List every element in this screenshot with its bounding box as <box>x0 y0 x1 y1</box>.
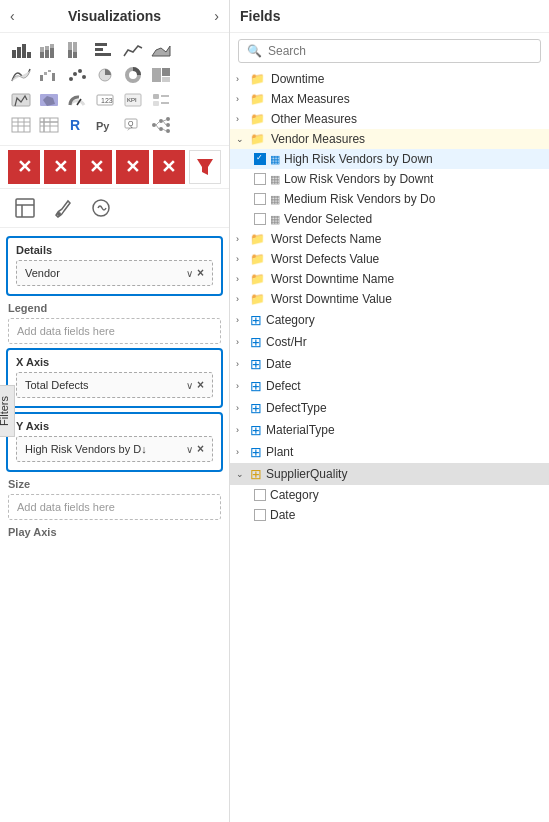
size-header: Size <box>0 476 229 492</box>
svg-rect-17 <box>40 75 43 81</box>
filters-tab[interactable]: Filters <box>0 385 15 437</box>
search-box[interactable]: 🔍 <box>238 39 541 63</box>
custom-vis-3[interactable]: ✕ <box>80 150 112 184</box>
cost-hr-chevron: › <box>236 337 246 347</box>
expand-right-arrow[interactable]: › <box>214 8 219 24</box>
yaxis-section: Y Axis High Risk Vendors by D↓ ∨ × <box>6 412 223 472</box>
field-group-worst-defects-name-header[interactable]: › 📁 Worst Defects Name <box>230 229 549 249</box>
worst-downtime-value-chevron: › <box>236 294 246 304</box>
field-group-supplier-quality-header[interactable]: ⌄ ⊞ SupplierQuality <box>230 463 549 485</box>
stacked-bar-icon[interactable] <box>36 39 62 61</box>
field-item-sq-category[interactable]: Category <box>230 485 549 505</box>
svg-point-59 <box>166 117 170 121</box>
defect-label: Defect <box>266 379 543 393</box>
svg-rect-29 <box>162 77 170 82</box>
field-group-worst-defects-value-header[interactable]: › 📁 Worst Defects Value <box>230 249 549 269</box>
bar-chart-icon[interactable] <box>8 39 34 61</box>
high-risk-table-icon: ▦ <box>270 153 280 166</box>
kpi-icon[interactable]: KPI <box>120 89 146 111</box>
sq-category-checkbox[interactable] <box>254 489 266 501</box>
line-chart-icon[interactable] <box>120 39 146 61</box>
defect-type-table-icon: ⊞ <box>250 400 262 416</box>
details-drop-zone[interactable]: Vendor ∨ × <box>16 260 213 286</box>
field-item-sq-date[interactable]: Date <box>230 505 549 525</box>
format-tool[interactable] <box>8 193 42 223</box>
field-group-worst-downtime-name-header[interactable]: › 📁 Worst Downtime Name <box>230 269 549 289</box>
xaxis-close[interactable]: × <box>197 378 204 392</box>
field-item-low-risk[interactable]: ▦ Low Risk Vendors by Downt <box>230 169 549 189</box>
medium-risk-checkbox[interactable] <box>254 193 266 205</box>
filled-map-icon[interactable] <box>36 89 62 111</box>
treemap-icon[interactable] <box>148 64 174 86</box>
field-item-vendor-selected[interactable]: ▦ Vendor Selected <box>230 209 549 229</box>
funnel-vis-icon[interactable] <box>189 150 221 184</box>
field-group-date-header[interactable]: › ⊞ Date <box>230 353 549 375</box>
material-type-label: MaterialType <box>266 423 543 437</box>
field-group-plant-header[interactable]: › ⊞ Plant <box>230 441 549 463</box>
svg-text:Py: Py <box>96 120 110 132</box>
low-risk-checkbox[interactable] <box>254 173 266 185</box>
field-group-defect-header[interactable]: › ⊞ Defect <box>230 375 549 397</box>
ribbon-chart-icon[interactable] <box>8 64 34 86</box>
category-chevron: › <box>236 315 246 325</box>
worst-downtime-name-folder-icon: 📁 <box>250 272 265 286</box>
analytics-tool[interactable] <box>84 193 118 223</box>
waterfall-icon[interactable] <box>36 64 62 86</box>
card-icon[interactable]: 123 <box>92 89 118 111</box>
vendor-selected-checkbox[interactable] <box>254 213 266 225</box>
scatter-chart-icon[interactable] <box>64 64 90 86</box>
r-vis-icon[interactable]: R <box>64 114 90 136</box>
field-group-vendor-measures-header[interactable]: ⌄ 📁 Vendor Measures <box>230 129 549 149</box>
field-group-defect-type-header[interactable]: › ⊞ DefectType <box>230 397 549 419</box>
paint-brush-tool[interactable] <box>46 193 80 223</box>
yaxis-chevron[interactable]: ∨ <box>186 444 193 455</box>
xaxis-chevron[interactable]: ∨ <box>186 380 193 391</box>
high-risk-checkbox[interactable] <box>254 153 266 165</box>
field-group-defect-type: › ⊞ DefectType <box>230 397 549 419</box>
custom-vis-2[interactable]: ✕ <box>44 150 76 184</box>
custom-vis-1[interactable]: ✕ <box>8 150 40 184</box>
field-group-downtime-header[interactable]: › 📁 Downtime <box>230 69 549 89</box>
horiz-bar-icon[interactable] <box>92 39 118 61</box>
details-chevron[interactable]: ∨ <box>186 268 193 279</box>
yaxis-drop-zone[interactable]: High Risk Vendors by D↓ ∨ × <box>16 436 213 462</box>
area-chart-icon[interactable] <box>148 39 174 61</box>
category-table-icon: ⊞ <box>250 312 262 328</box>
custom-vis-5[interactable]: ✕ <box>153 150 185 184</box>
donut-chart-icon[interactable] <box>120 64 146 86</box>
field-group-cost-hr-header[interactable]: › ⊞ Cost/Hr <box>230 331 549 353</box>
python-icon[interactable]: Py <box>92 114 118 136</box>
downtime-chevron: › <box>236 74 246 84</box>
decomp-tree-icon[interactable] <box>148 114 174 136</box>
collapse-left-arrow[interactable]: ‹ <box>10 8 15 24</box>
q-and-a-icon[interactable]: Q <box>120 114 146 136</box>
search-input[interactable] <box>268 44 532 58</box>
yaxis-close[interactable]: × <box>197 442 204 456</box>
field-group-max-measures: › 📁 Max Measures <box>230 89 549 109</box>
100-bar-icon[interactable] <box>64 39 90 61</box>
yaxis-field-section: Y Axis High Risk Vendors by D↓ ∨ × <box>8 418 221 462</box>
custom-vis-4[interactable]: ✕ <box>116 150 148 184</box>
details-close[interactable]: × <box>197 266 204 280</box>
field-group-category-header[interactable]: › ⊞ Category <box>230 309 549 331</box>
field-item-high-risk[interactable]: ▦ High Risk Vendors by Down <box>230 149 549 169</box>
field-group-material-type-header[interactable]: › ⊞ MaterialType <box>230 419 549 441</box>
field-group-supplier-quality: ⌄ ⊞ SupplierQuality Category Date <box>230 463 549 525</box>
yaxis-value: High Risk Vendors by D↓ <box>25 443 186 455</box>
field-group-worst-downtime-value-header[interactable]: › 📁 Worst Downtime Value <box>230 289 549 309</box>
matrix-icon[interactable] <box>36 114 62 136</box>
map-icon[interactable] <box>8 89 34 111</box>
table-vis-icon[interactable] <box>8 114 34 136</box>
yaxis-controls: ∨ × <box>186 442 204 456</box>
sq-date-checkbox[interactable] <box>254 509 266 521</box>
legend-drop-zone[interactable]: Add data fields here <box>8 318 221 344</box>
worst-defects-name-chevron: › <box>236 234 246 244</box>
xaxis-drop-zone[interactable]: Total Defects ∨ × <box>16 372 213 398</box>
slicer-icon[interactable] <box>148 89 174 111</box>
gauge-icon[interactable] <box>64 89 90 111</box>
pie-chart-icon[interactable] <box>92 64 118 86</box>
field-group-max-measures-header[interactable]: › 📁 Max Measures <box>230 89 549 109</box>
size-drop-zone[interactable]: Add data fields here <box>8 494 221 520</box>
field-item-medium-risk[interactable]: ▦ Medium Risk Vendors by Do <box>230 189 549 209</box>
field-group-other-measures-header[interactable]: › 📁 Other Measures <box>230 109 549 129</box>
